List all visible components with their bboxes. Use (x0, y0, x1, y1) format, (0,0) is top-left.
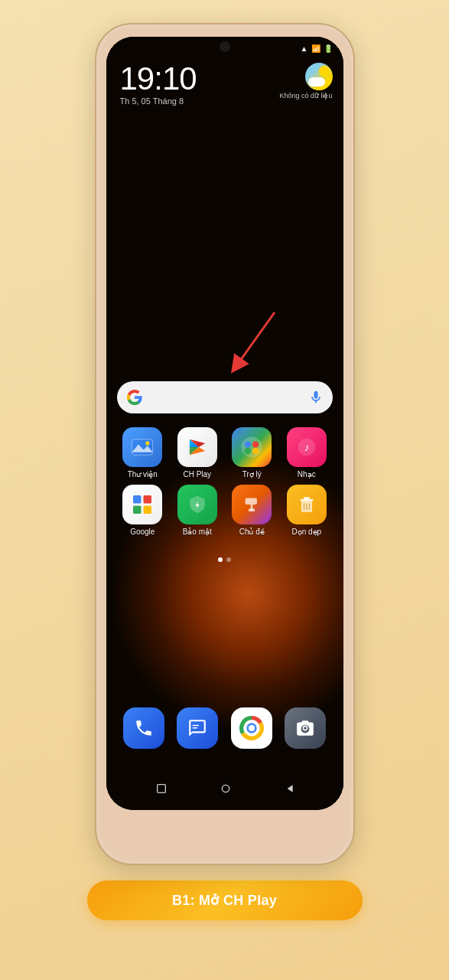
app-item-don-dep[interactable]: Dọn dẹp (281, 485, 333, 536)
dot-1 (218, 557, 223, 562)
app-item-nhac[interactable]: ♪ Nhạc (281, 427, 333, 479)
cta-button[interactable]: B1: Mở CH Play (87, 880, 363, 920)
google-logo (126, 389, 143, 406)
app-item-ch-play[interactable]: CH Play (171, 427, 223, 479)
app-label-chu-de: Chủ đề (239, 528, 265, 536)
app-label-nhac: Nhạc (298, 470, 316, 479)
svg-rect-26 (300, 499, 313, 501)
app-grid: Thư viện (117, 427, 333, 536)
clock-date: Th 5, 05 Tháng 8 (120, 96, 197, 106)
mic-icon (308, 390, 324, 405)
dot-indicators (106, 557, 343, 562)
battery-icon: 🔋 (324, 44, 333, 53)
nav-bar (106, 782, 343, 795)
dock-icon-messages[interactable] (177, 707, 218, 749)
svg-rect-36 (157, 785, 165, 793)
app-icon-thu-vien (122, 427, 162, 467)
svg-rect-20 (133, 506, 142, 514)
weather-widget: Không có dữ liệu (279, 63, 332, 100)
weather-label: Không có dữ liệu (279, 92, 332, 100)
sun-shape (319, 66, 330, 77)
svg-point-14 (245, 448, 252, 455)
app-icon-google (122, 485, 162, 524)
app-label-thu-vien: Thư viện (128, 470, 158, 479)
app-label-google: Google (130, 528, 155, 536)
app-icon-ch-play (177, 427, 217, 467)
red-arrow (206, 297, 298, 389)
dock (117, 707, 333, 749)
svg-rect-22 (246, 498, 257, 505)
dock-icon-chrome[interactable] (231, 707, 272, 749)
app-label-ch-play: CH Play (183, 470, 211, 479)
app-label-don-dep: Dọn dẹp (291, 528, 321, 536)
cta-button-text: B1: Mở CH Play (172, 892, 277, 909)
app-label-bao-mat: Bảo mật (183, 528, 212, 536)
svg-rect-32 (193, 727, 198, 729)
clock-time: 19:10 (120, 63, 197, 95)
app-item-bao-mat[interactable]: Bảo mật (171, 485, 223, 536)
weather-icon (305, 63, 333, 90)
svg-rect-21 (144, 506, 152, 514)
svg-rect-27 (304, 497, 310, 499)
phone-screen: ▲ 📶 🔋 19:10 Th 5, 05 Tháng 8 Không có dữ… (106, 37, 343, 810)
phone-shell: ▲ 📶 🔋 19:10 Th 5, 05 Tháng 8 Không có dữ… (95, 23, 355, 865)
app-icon-chu-de (232, 485, 272, 524)
cloud-shape (308, 77, 325, 87)
dot-2 (226, 557, 231, 562)
svg-rect-1 (132, 439, 153, 455)
svg-rect-31 (193, 725, 200, 727)
wifi-icon: 📶 (311, 44, 320, 53)
svg-rect-24 (249, 509, 255, 512)
svg-line-0 (236, 312, 275, 366)
svg-text:♪: ♪ (304, 441, 309, 453)
app-icon-don-dep (287, 485, 327, 524)
dock-icon-camera[interactable] (285, 707, 326, 749)
app-item-google[interactable]: Google (117, 485, 169, 536)
svg-marker-38 (287, 785, 292, 792)
app-label-tro-ly: Trợ lý (242, 470, 262, 479)
app-icon-tro-ly (232, 427, 272, 467)
time-display: 19:10 Th 5, 05 Tháng 8 (120, 63, 197, 106)
app-item-tro-ly[interactable]: Trợ lý (226, 427, 278, 479)
signal-icon: ▲ (301, 44, 308, 53)
camera-cutout (220, 41, 230, 52)
svg-point-37 (222, 785, 229, 792)
wallpaper (106, 37, 343, 810)
nav-back-button[interactable] (284, 783, 294, 794)
app-item-thu-vien[interactable]: Thư viện (117, 427, 169, 479)
svg-rect-18 (133, 495, 142, 504)
svg-point-35 (249, 725, 255, 731)
dock-icon-phone[interactable] (123, 707, 164, 749)
app-item-chu-de[interactable]: Chủ đề (226, 485, 278, 536)
page-wrapper: ▲ 📶 🔋 19:10 Th 5, 05 Tháng 8 Không có dữ… (0, 0, 449, 980)
svg-point-15 (252, 448, 259, 455)
svg-point-13 (252, 441, 259, 448)
app-icon-nhac: ♪ (287, 427, 327, 467)
nav-home-button[interactable] (220, 782, 232, 795)
svg-point-11 (242, 436, 262, 457)
app-icon-bao-mat (177, 485, 217, 524)
svg-point-4 (146, 441, 150, 445)
status-right: ▲ 📶 🔋 (301, 44, 333, 53)
nav-recent-button[interactable] (155, 782, 168, 795)
svg-rect-19 (144, 495, 152, 504)
svg-point-12 (245, 441, 252, 448)
